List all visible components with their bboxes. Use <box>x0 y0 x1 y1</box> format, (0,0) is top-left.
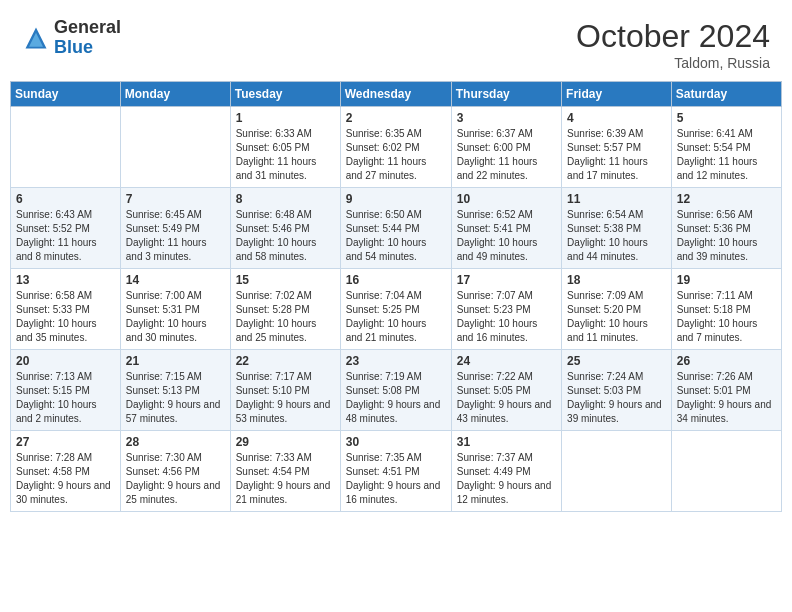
day-number: 1 <box>236 111 335 125</box>
day-number: 14 <box>126 273 225 287</box>
day-info: Sunrise: 6:45 AMSunset: 5:49 PMDaylight:… <box>126 208 225 264</box>
day-number: 26 <box>677 354 776 368</box>
logo-blue: Blue <box>54 37 93 57</box>
calendar-cell <box>671 431 781 512</box>
calendar-week-row: 20Sunrise: 7:13 AMSunset: 5:15 PMDayligh… <box>11 350 782 431</box>
calendar-cell: 1Sunrise: 6:33 AMSunset: 6:05 PMDaylight… <box>230 107 340 188</box>
day-number: 5 <box>677 111 776 125</box>
day-number: 7 <box>126 192 225 206</box>
weekday-header: Tuesday <box>230 82 340 107</box>
day-number: 15 <box>236 273 335 287</box>
calendar-cell: 5Sunrise: 6:41 AMSunset: 5:54 PMDaylight… <box>671 107 781 188</box>
weekday-header: Wednesday <box>340 82 451 107</box>
day-number: 20 <box>16 354 115 368</box>
calendar-cell: 28Sunrise: 7:30 AMSunset: 4:56 PMDayligh… <box>120 431 230 512</box>
day-info: Sunrise: 6:56 AMSunset: 5:36 PMDaylight:… <box>677 208 776 264</box>
day-info: Sunrise: 6:39 AMSunset: 5:57 PMDaylight:… <box>567 127 666 183</box>
day-info: Sunrise: 6:58 AMSunset: 5:33 PMDaylight:… <box>16 289 115 345</box>
day-number: 31 <box>457 435 556 449</box>
day-number: 24 <box>457 354 556 368</box>
day-info: Sunrise: 7:22 AMSunset: 5:05 PMDaylight:… <box>457 370 556 426</box>
calendar-week-row: 1Sunrise: 6:33 AMSunset: 6:05 PMDaylight… <box>11 107 782 188</box>
day-info: Sunrise: 7:15 AMSunset: 5:13 PMDaylight:… <box>126 370 225 426</box>
calendar-cell: 23Sunrise: 7:19 AMSunset: 5:08 PMDayligh… <box>340 350 451 431</box>
weekday-header-row: SundayMondayTuesdayWednesdayThursdayFrid… <box>11 82 782 107</box>
day-number: 21 <box>126 354 225 368</box>
weekday-header: Sunday <box>11 82 121 107</box>
day-info: Sunrise: 7:30 AMSunset: 4:56 PMDaylight:… <box>126 451 225 507</box>
calendar-cell <box>120 107 230 188</box>
day-info: Sunrise: 6:50 AMSunset: 5:44 PMDaylight:… <box>346 208 446 264</box>
day-info: Sunrise: 6:37 AMSunset: 6:00 PMDaylight:… <box>457 127 556 183</box>
calendar-cell: 21Sunrise: 7:15 AMSunset: 5:13 PMDayligh… <box>120 350 230 431</box>
day-number: 22 <box>236 354 335 368</box>
day-info: Sunrise: 6:33 AMSunset: 6:05 PMDaylight:… <box>236 127 335 183</box>
day-number: 9 <box>346 192 446 206</box>
calendar-cell: 25Sunrise: 7:24 AMSunset: 5:03 PMDayligh… <box>562 350 672 431</box>
day-number: 2 <box>346 111 446 125</box>
calendar-cell: 26Sunrise: 7:26 AMSunset: 5:01 PMDayligh… <box>671 350 781 431</box>
day-number: 4 <box>567 111 666 125</box>
calendar-cell: 16Sunrise: 7:04 AMSunset: 5:25 PMDayligh… <box>340 269 451 350</box>
day-number: 13 <box>16 273 115 287</box>
day-info: Sunrise: 7:09 AMSunset: 5:20 PMDaylight:… <box>567 289 666 345</box>
logo-icon <box>22 24 50 52</box>
day-number: 16 <box>346 273 446 287</box>
calendar-cell: 12Sunrise: 6:56 AMSunset: 5:36 PMDayligh… <box>671 188 781 269</box>
calendar-cell: 22Sunrise: 7:17 AMSunset: 5:10 PMDayligh… <box>230 350 340 431</box>
calendar-cell: 13Sunrise: 6:58 AMSunset: 5:33 PMDayligh… <box>11 269 121 350</box>
calendar-cell: 27Sunrise: 7:28 AMSunset: 4:58 PMDayligh… <box>11 431 121 512</box>
day-info: Sunrise: 7:02 AMSunset: 5:28 PMDaylight:… <box>236 289 335 345</box>
calendar-cell: 24Sunrise: 7:22 AMSunset: 5:05 PMDayligh… <box>451 350 561 431</box>
calendar-cell: 11Sunrise: 6:54 AMSunset: 5:38 PMDayligh… <box>562 188 672 269</box>
day-info: Sunrise: 7:07 AMSunset: 5:23 PMDaylight:… <box>457 289 556 345</box>
day-info: Sunrise: 6:43 AMSunset: 5:52 PMDaylight:… <box>16 208 115 264</box>
day-info: Sunrise: 7:17 AMSunset: 5:10 PMDaylight:… <box>236 370 335 426</box>
day-number: 6 <box>16 192 115 206</box>
weekday-header: Saturday <box>671 82 781 107</box>
day-number: 8 <box>236 192 335 206</box>
day-info: Sunrise: 7:19 AMSunset: 5:08 PMDaylight:… <box>346 370 446 426</box>
day-number: 17 <box>457 273 556 287</box>
day-info: Sunrise: 7:24 AMSunset: 5:03 PMDaylight:… <box>567 370 666 426</box>
calendar-table: SundayMondayTuesdayWednesdayThursdayFrid… <box>10 81 782 512</box>
day-number: 30 <box>346 435 446 449</box>
title-block: October 2024 Taldom, Russia <box>576 18 770 71</box>
day-info: Sunrise: 6:54 AMSunset: 5:38 PMDaylight:… <box>567 208 666 264</box>
day-number: 29 <box>236 435 335 449</box>
calendar-cell: 4Sunrise: 6:39 AMSunset: 5:57 PMDaylight… <box>562 107 672 188</box>
calendar-cell: 8Sunrise: 6:48 AMSunset: 5:46 PMDaylight… <box>230 188 340 269</box>
logo-general: General <box>54 17 121 37</box>
day-number: 19 <box>677 273 776 287</box>
calendar-week-row: 6Sunrise: 6:43 AMSunset: 5:52 PMDaylight… <box>11 188 782 269</box>
calendar-cell: 7Sunrise: 6:45 AMSunset: 5:49 PMDaylight… <box>120 188 230 269</box>
calendar-cell: 14Sunrise: 7:00 AMSunset: 5:31 PMDayligh… <box>120 269 230 350</box>
day-number: 28 <box>126 435 225 449</box>
page-header: General Blue October 2024 Taldom, Russia <box>10 10 782 75</box>
month-title: October 2024 <box>576 18 770 55</box>
day-info: Sunrise: 6:41 AMSunset: 5:54 PMDaylight:… <box>677 127 776 183</box>
calendar-cell: 18Sunrise: 7:09 AMSunset: 5:20 PMDayligh… <box>562 269 672 350</box>
calendar-week-row: 27Sunrise: 7:28 AMSunset: 4:58 PMDayligh… <box>11 431 782 512</box>
calendar-cell: 20Sunrise: 7:13 AMSunset: 5:15 PMDayligh… <box>11 350 121 431</box>
calendar-cell <box>562 431 672 512</box>
day-number: 11 <box>567 192 666 206</box>
weekday-header: Friday <box>562 82 672 107</box>
day-info: Sunrise: 7:11 AMSunset: 5:18 PMDaylight:… <box>677 289 776 345</box>
calendar-cell: 17Sunrise: 7:07 AMSunset: 5:23 PMDayligh… <box>451 269 561 350</box>
day-info: Sunrise: 7:04 AMSunset: 5:25 PMDaylight:… <box>346 289 446 345</box>
calendar-cell: 10Sunrise: 6:52 AMSunset: 5:41 PMDayligh… <box>451 188 561 269</box>
location: Taldom, Russia <box>576 55 770 71</box>
calendar-cell <box>11 107 121 188</box>
day-number: 10 <box>457 192 556 206</box>
day-info: Sunrise: 7:28 AMSunset: 4:58 PMDaylight:… <box>16 451 115 507</box>
day-number: 25 <box>567 354 666 368</box>
day-info: Sunrise: 7:13 AMSunset: 5:15 PMDaylight:… <box>16 370 115 426</box>
day-number: 23 <box>346 354 446 368</box>
day-number: 18 <box>567 273 666 287</box>
day-info: Sunrise: 6:35 AMSunset: 6:02 PMDaylight:… <box>346 127 446 183</box>
calendar-cell: 29Sunrise: 7:33 AMSunset: 4:54 PMDayligh… <box>230 431 340 512</box>
logo-text: General Blue <box>54 18 121 58</box>
weekday-header: Thursday <box>451 82 561 107</box>
calendar-cell: 30Sunrise: 7:35 AMSunset: 4:51 PMDayligh… <box>340 431 451 512</box>
